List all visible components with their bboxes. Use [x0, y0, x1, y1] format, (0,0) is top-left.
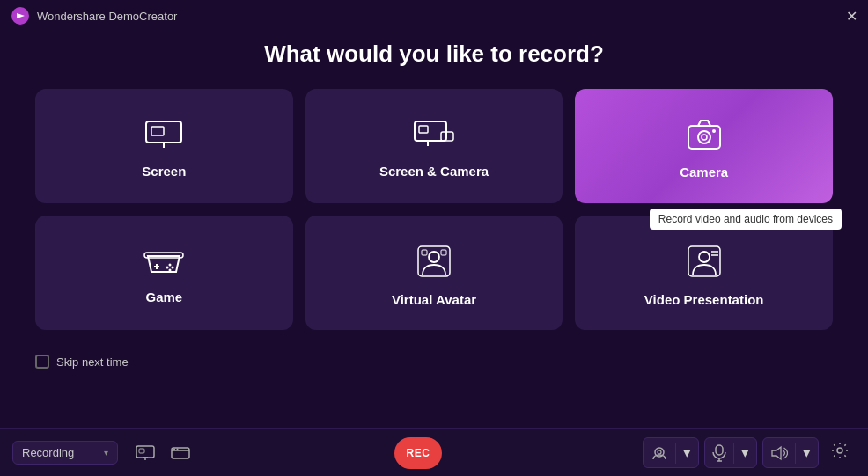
recording-dropdown[interactable]: Recording ▾ — [12, 441, 118, 465]
app-logo — [11, 6, 30, 26]
card-game-icon — [143, 247, 184, 281]
card-virtual-avatar[interactable]: Virtual Avatar — [305, 216, 563, 330]
svg-rect-23 — [422, 250, 427, 255]
svg-rect-39 — [716, 445, 723, 455]
title-bar: Wondershare DemoCreator ✕ — [0, 0, 868, 32]
rec-label: REC — [407, 447, 430, 459]
dropdown-arrow-icon: ▾ — [104, 448, 108, 458]
svg-point-18 — [172, 266, 174, 268]
svg-rect-10 — [688, 126, 720, 149]
svg-point-38 — [658, 450, 661, 454]
svg-point-13 — [712, 129, 716, 133]
card-game-label: Game — [145, 289, 182, 304]
card-game[interactable]: Game — [35, 216, 293, 330]
skip-label[interactable]: Skip next time — [56, 355, 129, 369]
card-screen[interactable]: Screen — [35, 89, 293, 203]
mic-dropdown-arrow: ▾ — [741, 443, 749, 462]
rec-button[interactable]: REC — [394, 437, 442, 469]
card-video-presentation-icon — [687, 245, 722, 283]
svg-point-19 — [166, 266, 169, 268]
webcam-dropdown-arrow: ▾ — [683, 443, 691, 462]
svg-point-12 — [702, 135, 707, 140]
title-bar-left: Wondershare DemoCreator — [11, 6, 177, 26]
card-virtual-avatar-icon — [416, 245, 452, 283]
mic-group: ▾ — [704, 437, 757, 468]
recording-label: Recording — [22, 446, 99, 459]
card-screen-icon — [144, 120, 183, 155]
main-content: What would you like to record? Screen Sc… — [0, 32, 868, 374]
webcam-button[interactable] — [644, 440, 675, 466]
app-title: Wondershare DemoCreator — [37, 10, 177, 23]
close-button[interactable]: ✕ — [846, 8, 857, 25]
mic-dropdown[interactable]: ▾ — [734, 438, 756, 467]
skip-checkbox[interactable] — [35, 355, 49, 369]
svg-point-35 — [173, 448, 175, 450]
svg-point-22 — [429, 252, 439, 262]
card-camera-icon — [687, 119, 722, 156]
mic-button[interactable] — [705, 439, 733, 467]
window-capture-icon[interactable] — [167, 442, 194, 465]
svg-rect-4 — [151, 127, 164, 135]
bottom-toolbar: Recording ▾ — [0, 428, 868, 476]
card-screen-camera-icon — [413, 120, 455, 155]
skip-row: Skip next time — [35, 348, 833, 374]
card-video-presentation-label: Video Presentation — [644, 292, 764, 307]
svg-rect-32 — [139, 449, 144, 453]
screen-capture-icon[interactable] — [132, 442, 158, 465]
settings-button[interactable] — [824, 436, 856, 469]
toolbar-right: ▾ ▾ — [643, 436, 856, 469]
svg-rect-24 — [441, 250, 446, 255]
speaker-dropdown-arrow: ▾ — [803, 443, 811, 462]
svg-point-20 — [169, 268, 172, 271]
card-screen-label: Screen — [142, 164, 186, 179]
speaker-dropdown[interactable]: ▾ — [796, 438, 818, 467]
svg-rect-7 — [419, 126, 428, 133]
toolbar-center: REC — [202, 437, 634, 469]
card-screen-camera-label: Screen & Camera — [379, 164, 489, 179]
card-video-presentation[interactable]: Video Presentation — [575, 216, 833, 330]
speaker-button[interactable] — [763, 440, 795, 466]
svg-point-17 — [169, 263, 172, 266]
webcam-group: ▾ — [643, 437, 699, 468]
svg-point-43 — [837, 448, 842, 453]
card-virtual-avatar-label: Virtual Avatar — [392, 292, 476, 307]
cards-grid: Screen Screen & Camera Camera Record vid — [35, 89, 833, 330]
toolbar-left: Recording ▾ — [12, 441, 194, 465]
card-camera-label: Camera — [680, 165, 728, 179]
card-screen-camera[interactable]: Screen & Camera — [305, 89, 563, 203]
svg-marker-42 — [772, 447, 781, 459]
webcam-dropdown[interactable]: ▾ — [676, 438, 698, 467]
card-camera[interactable]: Camera Record video and audio from devic… — [575, 89, 833, 203]
svg-point-11 — [698, 131, 710, 143]
page-title: What would you like to record? — [35, 40, 833, 68]
speaker-group: ▾ — [762, 437, 819, 468]
svg-point-36 — [177, 448, 179, 450]
svg-point-26 — [699, 252, 710, 262]
toolbar-screen-icons — [132, 442, 194, 465]
